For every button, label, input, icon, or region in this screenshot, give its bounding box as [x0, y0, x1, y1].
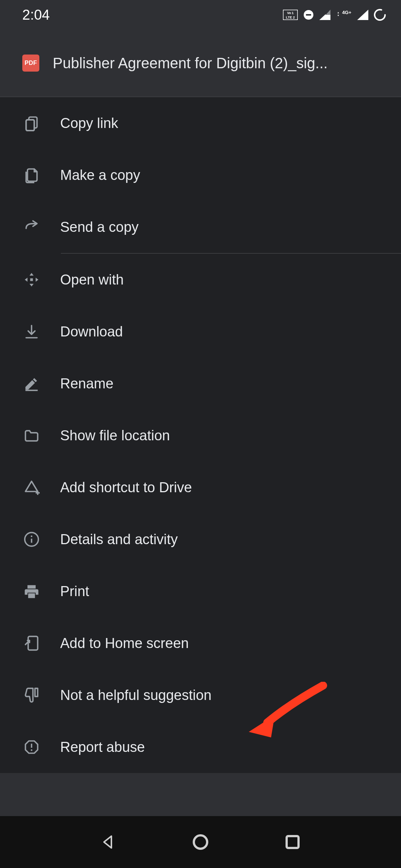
- menu-item-label: Add shortcut to Drive: [60, 480, 192, 496]
- menu-item-label: Print: [60, 583, 89, 599]
- report-icon: [22, 739, 41, 755]
- svg-marker-18: [25, 278, 27, 282]
- svg-rect-28: [27, 585, 36, 589]
- info-icon: [22, 531, 41, 548]
- menu-item-copy-link[interactable]: Copy link: [0, 97, 401, 149]
- status-time: 2:04: [22, 7, 50, 23]
- svg-point-12: [375, 10, 385, 20]
- menu-item-label: Details and activity: [60, 532, 178, 548]
- svg-rect-38: [287, 836, 299, 848]
- svg-marker-8: [338, 12, 339, 13]
- file-title: Publisher Agreement for Digitbin (2)_sig…: [53, 55, 327, 72]
- svg-text:LTE 2: LTE 2: [286, 16, 295, 19]
- menu-item-label: Make a copy: [60, 167, 140, 183]
- action-sheet: Copy link Make a copy Send a copy: [0, 97, 401, 773]
- svg-rect-29: [28, 594, 35, 598]
- svg-rect-30: [28, 637, 38, 650]
- folder-icon: [22, 427, 41, 444]
- menu-item-print[interactable]: Print: [0, 565, 401, 617]
- menu-item-label: Not a helpful suggestion: [60, 687, 212, 703]
- copy-link-icon: [22, 115, 41, 131]
- open-with-icon: [22, 272, 41, 288]
- svg-point-37: [194, 835, 207, 849]
- svg-rect-21: [26, 390, 38, 391]
- dnd-icon: [303, 9, 314, 20]
- menu-item-label: Open with: [60, 272, 124, 288]
- menu-item-download[interactable]: Download: [0, 306, 401, 358]
- svg-point-34: [31, 749, 32, 751]
- nav-home-button[interactable]: [192, 833, 209, 851]
- nav-recent-button[interactable]: [284, 833, 301, 851]
- svg-marker-22: [26, 481, 38, 492]
- menu-item-show-location[interactable]: Show file location: [0, 410, 401, 461]
- status-bar: 2:04 Vo 1 LTE 2 4: [0, 0, 401, 30]
- menu-item-label: Rename: [60, 376, 114, 392]
- menu-item-make-copy[interactable]: Make a copy: [0, 149, 401, 201]
- menu-item-rename[interactable]: Rename: [0, 358, 401, 410]
- status-indicators: Vo 1 LTE 2 4G+: [283, 9, 386, 21]
- loading-spinner-icon: [374, 9, 386, 21]
- svg-text:Vo 1: Vo 1: [287, 11, 294, 15]
- menu-item-not-helpful[interactable]: Not a helpful suggestion: [0, 669, 401, 721]
- menu-item-label: Show file location: [60, 428, 170, 444]
- menu-item-send-copy[interactable]: Send a copy: [0, 201, 401, 253]
- menu-item-label: Send a copy: [60, 219, 138, 235]
- menu-item-label: Copy link: [60, 115, 118, 131]
- pdf-badge-text: PDF: [25, 60, 37, 66]
- add-shortcut-icon: [22, 479, 41, 496]
- svg-rect-20: [30, 278, 33, 281]
- rename-icon: [22, 375, 41, 392]
- print-icon: [22, 583, 41, 599]
- svg-rect-31: [35, 688, 38, 697]
- menu-item-label: Download: [60, 324, 123, 340]
- navigation-bar: [0, 816, 401, 868]
- signal-icon-2: [357, 10, 368, 20]
- svg-marker-36: [104, 836, 111, 848]
- svg-point-27: [31, 536, 32, 537]
- svg-marker-9: [338, 15, 339, 16]
- pdf-badge-icon: PDF: [22, 55, 39, 72]
- svg-marker-19: [36, 278, 38, 282]
- copy-file-icon: [22, 167, 41, 183]
- menu-item-label: Report abuse: [60, 739, 145, 755]
- svg-marker-11: [357, 10, 368, 20]
- svg-text:4G+: 4G+: [342, 10, 352, 15]
- signal-icon-1: [319, 10, 330, 20]
- download-icon: [22, 323, 41, 340]
- homescreen-icon: [22, 635, 41, 651]
- send-arrow-icon: [22, 219, 41, 235]
- svg-rect-14: [26, 120, 34, 131]
- menu-item-details[interactable]: Details and activity: [0, 513, 401, 565]
- thumb-down-icon: [22, 687, 41, 703]
- menu-item-open-with[interactable]: Open with: [0, 254, 401, 306]
- menu-item-add-home[interactable]: Add to Home screen: [0, 617, 401, 669]
- menu-item-label: Add to Home screen: [60, 635, 189, 651]
- menu-item-add-shortcut[interactable]: Add shortcut to Drive: [0, 461, 401, 513]
- nav-back-button[interactable]: [100, 833, 117, 851]
- volte-icon: Vo 1 LTE 2: [283, 10, 298, 20]
- svg-marker-17: [30, 284, 34, 286]
- sheet-header: PDF Publisher Agreement for Digitbin (2)…: [0, 30, 401, 96]
- svg-marker-16: [30, 273, 34, 276]
- net-4g-icon: 4G+: [336, 10, 352, 20]
- menu-item-report-abuse[interactable]: Report abuse: [0, 721, 401, 773]
- svg-rect-4: [306, 14, 311, 16]
